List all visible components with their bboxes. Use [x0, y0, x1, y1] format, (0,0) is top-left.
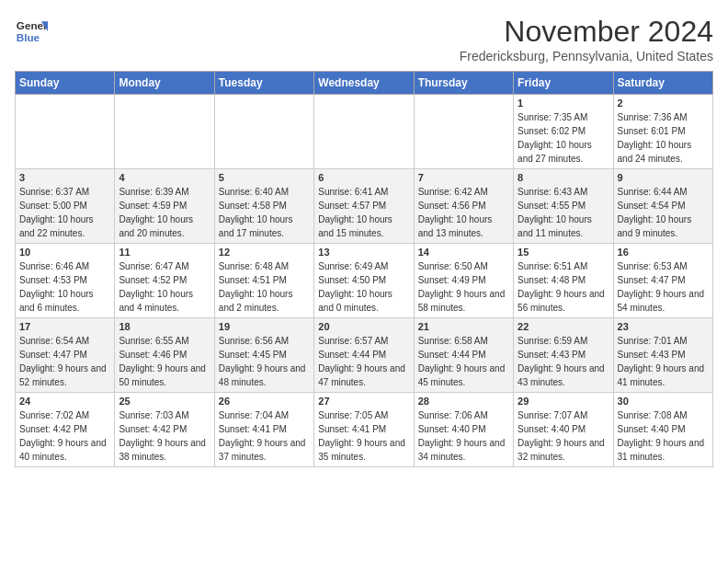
day-info: Sunrise: 6:56 AM Sunset: 4:45 PM Dayligh…	[219, 334, 310, 389]
day-info: Sunrise: 6:58 AM Sunset: 4:44 PM Dayligh…	[418, 334, 509, 389]
calendar-cell: 11Sunrise: 6:47 AM Sunset: 4:52 PM Dayli…	[115, 244, 214, 318]
day-number: 2	[618, 98, 709, 109]
calendar-cell: 1Sunrise: 7:35 AM Sunset: 6:02 PM Daylig…	[514, 95, 613, 169]
calendar-cell: 4Sunrise: 6:39 AM Sunset: 4:59 PM Daylig…	[115, 169, 214, 244]
calendar-cell: 14Sunrise: 6:50 AM Sunset: 4:49 PM Dayli…	[414, 244, 513, 318]
day-number: 7	[418, 172, 509, 183]
day-number: 1	[518, 98, 609, 109]
title-block: November 2024 Fredericksburg, Pennsylvan…	[460, 15, 713, 63]
day-info: Sunrise: 6:37 AM Sunset: 5:00 PM Dayligh…	[19, 185, 110, 240]
day-info: Sunrise: 7:36 AM Sunset: 6:01 PM Dayligh…	[618, 110, 709, 166]
day-info: Sunrise: 7:07 AM Sunset: 4:40 PM Dayligh…	[518, 408, 609, 464]
day-number: 25	[119, 396, 210, 407]
calendar-cell	[16, 95, 115, 169]
day-number: 11	[119, 247, 210, 258]
day-number: 4	[119, 172, 210, 183]
location: Fredericksburg, Pennsylvania, United Sta…	[460, 49, 713, 63]
calendar-cell: 30Sunrise: 7:08 AM Sunset: 4:40 PM Dayli…	[613, 393, 712, 467]
week-row-4: 24Sunrise: 7:02 AM Sunset: 4:42 PM Dayli…	[16, 393, 713, 467]
page-header: General Blue November 2024 Fredericksbur…	[15, 15, 713, 63]
day-info: Sunrise: 6:59 AM Sunset: 4:43 PM Dayligh…	[518, 334, 609, 389]
calendar-cell: 15Sunrise: 6:51 AM Sunset: 4:48 PM Dayli…	[514, 244, 613, 318]
calendar-cell: 23Sunrise: 7:01 AM Sunset: 4:43 PM Dayli…	[613, 318, 712, 393]
calendar-cell: 3Sunrise: 6:37 AM Sunset: 5:00 PM Daylig…	[16, 169, 115, 244]
day-info: Sunrise: 7:35 AM Sunset: 6:02 PM Dayligh…	[518, 110, 609, 166]
weekday-header-row: SundayMondayTuesdayWednesdayThursdayFrid…	[16, 72, 713, 95]
calendar-cell: 19Sunrise: 6:56 AM Sunset: 4:45 PM Dayli…	[214, 318, 313, 393]
calendar-cell: 18Sunrise: 6:55 AM Sunset: 4:46 PM Dayli…	[115, 318, 214, 393]
weekday-sunday: Sunday	[16, 72, 115, 95]
day-info: Sunrise: 7:08 AM Sunset: 4:40 PM Dayligh…	[618, 408, 709, 464]
day-number: 17	[19, 321, 110, 332]
day-number: 30	[618, 396, 709, 407]
calendar-cell	[115, 95, 214, 169]
weekday-thursday: Thursday	[414, 72, 513, 95]
weekday-wednesday: Wednesday	[314, 72, 414, 95]
calendar-cell: 28Sunrise: 7:06 AM Sunset: 4:40 PM Dayli…	[414, 393, 513, 467]
day-info: Sunrise: 6:46 AM Sunset: 4:53 PM Dayligh…	[19, 259, 110, 315]
calendar-cell: 9Sunrise: 6:44 AM Sunset: 4:54 PM Daylig…	[613, 169, 712, 244]
day-number: 28	[418, 396, 509, 407]
weekday-saturday: Saturday	[613, 72, 712, 95]
day-number: 10	[19, 247, 110, 258]
day-info: Sunrise: 6:51 AM Sunset: 4:48 PM Dayligh…	[518, 259, 609, 315]
calendar-cell	[314, 95, 414, 169]
calendar-cell	[414, 95, 513, 169]
day-number: 29	[518, 396, 609, 407]
day-info: Sunrise: 6:42 AM Sunset: 4:56 PM Dayligh…	[418, 185, 509, 240]
svg-text:Blue: Blue	[17, 31, 40, 43]
day-info: Sunrise: 7:05 AM Sunset: 4:41 PM Dayligh…	[318, 408, 409, 464]
day-info: Sunrise: 6:41 AM Sunset: 4:57 PM Dayligh…	[318, 185, 409, 240]
day-number: 12	[219, 247, 310, 258]
day-number: 19	[219, 321, 310, 332]
week-row-2: 10Sunrise: 6:46 AM Sunset: 4:53 PM Dayli…	[16, 244, 713, 318]
day-number: 20	[318, 321, 409, 332]
logo-icon: General Blue	[15, 15, 48, 48]
day-number: 26	[219, 396, 310, 407]
calendar-cell: 24Sunrise: 7:02 AM Sunset: 4:42 PM Dayli…	[16, 393, 115, 467]
calendar-cell: 26Sunrise: 7:04 AM Sunset: 4:41 PM Dayli…	[214, 393, 313, 467]
day-number: 24	[19, 396, 110, 407]
calendar-cell: 6Sunrise: 6:41 AM Sunset: 4:57 PM Daylig…	[314, 169, 414, 244]
day-info: Sunrise: 6:53 AM Sunset: 4:47 PM Dayligh…	[618, 259, 709, 315]
weekday-monday: Monday	[115, 72, 214, 95]
day-info: Sunrise: 6:47 AM Sunset: 4:52 PM Dayligh…	[119, 259, 210, 315]
calendar-cell: 21Sunrise: 6:58 AM Sunset: 4:44 PM Dayli…	[414, 318, 513, 393]
day-info: Sunrise: 6:50 AM Sunset: 4:49 PM Dayligh…	[418, 259, 509, 315]
day-number: 23	[618, 321, 709, 332]
day-number: 3	[19, 172, 110, 183]
day-number: 18	[119, 321, 210, 332]
svg-text:General: General	[17, 19, 48, 31]
day-info: Sunrise: 6:54 AM Sunset: 4:47 PM Dayligh…	[19, 334, 110, 389]
calendar-cell: 13Sunrise: 6:49 AM Sunset: 4:50 PM Dayli…	[314, 244, 414, 318]
calendar-cell: 22Sunrise: 6:59 AM Sunset: 4:43 PM Dayli…	[514, 318, 613, 393]
day-number: 5	[219, 172, 310, 183]
day-number: 16	[618, 247, 709, 258]
day-info: Sunrise: 6:40 AM Sunset: 4:58 PM Dayligh…	[219, 185, 310, 240]
calendar-cell: 25Sunrise: 7:03 AM Sunset: 4:42 PM Dayli…	[115, 393, 214, 467]
calendar-cell: 10Sunrise: 6:46 AM Sunset: 4:53 PM Dayli…	[16, 244, 115, 318]
day-number: 27	[318, 396, 409, 407]
day-info: Sunrise: 6:57 AM Sunset: 4:44 PM Dayligh…	[318, 334, 409, 389]
calendar-cell: 8Sunrise: 6:43 AM Sunset: 4:55 PM Daylig…	[514, 169, 613, 244]
month-title: November 2024	[460, 15, 713, 49]
day-info: Sunrise: 7:03 AM Sunset: 4:42 PM Dayligh…	[119, 408, 210, 464]
calendar-cell: 17Sunrise: 6:54 AM Sunset: 4:47 PM Dayli…	[16, 318, 115, 393]
day-number: 15	[518, 247, 609, 258]
day-info: Sunrise: 7:04 AM Sunset: 4:41 PM Dayligh…	[219, 408, 310, 464]
day-info: Sunrise: 7:02 AM Sunset: 4:42 PM Dayligh…	[19, 408, 110, 464]
day-number: 6	[318, 172, 409, 183]
logo: General Blue	[15, 15, 48, 48]
calendar-cell: 12Sunrise: 6:48 AM Sunset: 4:51 PM Dayli…	[214, 244, 313, 318]
day-number: 8	[518, 172, 609, 183]
calendar-cell: 5Sunrise: 6:40 AM Sunset: 4:58 PM Daylig…	[214, 169, 313, 244]
week-row-3: 17Sunrise: 6:54 AM Sunset: 4:47 PM Dayli…	[16, 318, 713, 393]
calendar-cell	[214, 95, 313, 169]
day-info: Sunrise: 6:49 AM Sunset: 4:50 PM Dayligh…	[318, 259, 409, 315]
calendar-table: SundayMondayTuesdayWednesdayThursdayFrid…	[15, 71, 713, 467]
day-info: Sunrise: 7:06 AM Sunset: 4:40 PM Dayligh…	[418, 408, 509, 464]
day-info: Sunrise: 6:48 AM Sunset: 4:51 PM Dayligh…	[219, 259, 310, 315]
day-info: Sunrise: 7:01 AM Sunset: 4:43 PM Dayligh…	[618, 334, 709, 389]
day-number: 13	[318, 247, 409, 258]
day-info: Sunrise: 6:39 AM Sunset: 4:59 PM Dayligh…	[119, 185, 210, 240]
